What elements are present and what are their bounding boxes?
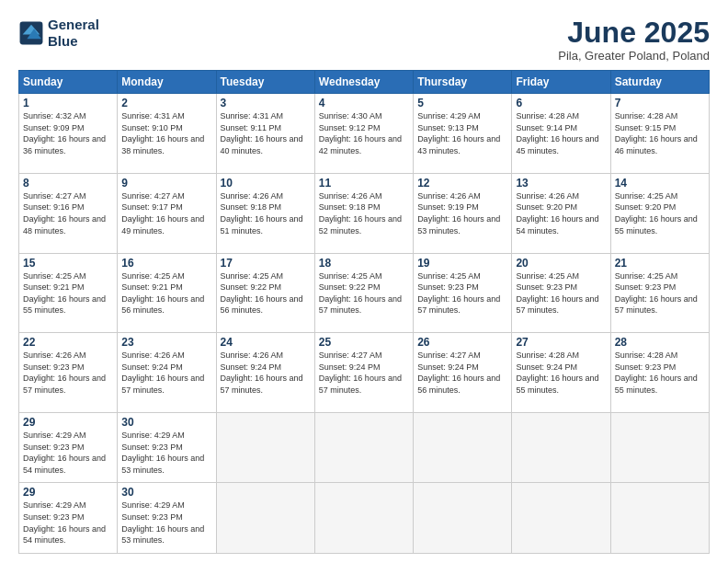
table-row: 25Sunrise: 4:27 AM Sunset: 9:24 PM Dayli…	[314, 333, 413, 413]
day-info: Sunrise: 4:26 AM Sunset: 9:18 PM Dayligh…	[319, 190, 409, 236]
day-number: 24	[221, 336, 311, 349]
day-number: 9	[121, 177, 211, 190]
day-info: Sunrise: 4:25 AM Sunset: 9:23 PM Dayligh…	[417, 270, 507, 316]
logo-line2: Blue	[48, 33, 99, 50]
col-wednesday: Wednesday	[314, 71, 413, 94]
logo-text: General Blue	[48, 17, 99, 50]
table-row: 12Sunrise: 4:26 AM Sunset: 9:19 PM Dayli…	[414, 173, 512, 253]
calendar-week-5: 29Sunrise: 4:29 AM Sunset: 9:23 PM Dayli…	[19, 483, 710, 554]
day-number: 30	[121, 486, 211, 499]
day-number: 28	[615, 336, 705, 349]
day-number: 22	[23, 336, 113, 349]
day-info: Sunrise: 4:27 AM Sunset: 9:24 PM Dayligh…	[417, 350, 507, 396]
col-saturday: Saturday	[610, 71, 709, 94]
day-info: Sunrise: 4:31 AM Sunset: 9:11 PM Dayligh…	[221, 110, 311, 156]
day-info: Sunrise: 4:30 AM Sunset: 9:12 PM Dayligh…	[319, 110, 409, 156]
day-number: 16	[121, 257, 211, 270]
day-info: Sunrise: 4:26 AM Sunset: 9:20 PM Dayligh…	[516, 190, 606, 236]
table-row: 4Sunrise: 4:30 AM Sunset: 9:12 PM Daylig…	[314, 94, 413, 174]
title-month: June 2025	[558, 17, 710, 49]
day-info: Sunrise: 4:29 AM Sunset: 9:23 PM Dayligh…	[23, 430, 113, 476]
table-row: 24Sunrise: 4:26 AM Sunset: 9:24 PM Dayli…	[216, 333, 314, 413]
col-tuesday: Tuesday	[216, 71, 314, 94]
col-thursday: Thursday	[414, 71, 512, 94]
day-number: 29	[23, 486, 113, 499]
calendar-week-5: 29Sunrise: 4:29 AM Sunset: 9:23 PM Dayli…	[19, 412, 710, 483]
day-info: Sunrise: 4:25 AM Sunset: 9:21 PM Dayligh…	[23, 270, 113, 316]
day-info: Sunrise: 4:27 AM Sunset: 9:17 PM Dayligh…	[121, 190, 211, 236]
day-info: Sunrise: 4:25 AM Sunset: 9:23 PM Dayligh…	[516, 270, 606, 316]
table-row: 18Sunrise: 4:25 AM Sunset: 9:22 PM Dayli…	[314, 253, 413, 333]
day-number: 26	[417, 336, 507, 349]
table-row: 16Sunrise: 4:25 AM Sunset: 9:21 PM Dayli…	[118, 253, 216, 333]
day-info: Sunrise: 4:26 AM Sunset: 9:23 PM Dayligh…	[23, 350, 113, 396]
day-info: Sunrise: 4:29 AM Sunset: 9:23 PM Dayligh…	[23, 500, 113, 546]
table-row: 26Sunrise: 4:27 AM Sunset: 9:24 PM Dayli…	[414, 333, 512, 413]
table-row: 29Sunrise: 4:29 AM Sunset: 9:23 PM Dayli…	[19, 483, 118, 554]
table-row: 2Sunrise: 4:31 AM Sunset: 9:10 PM Daylig…	[118, 94, 216, 174]
day-number: 8	[23, 177, 113, 190]
day-info: Sunrise: 4:29 AM Sunset: 9:13 PM Dayligh…	[417, 110, 507, 156]
table-row: 17Sunrise: 4:25 AM Sunset: 9:22 PM Dayli…	[216, 253, 314, 333]
calendar-week-4: 22Sunrise: 4:26 AM Sunset: 9:23 PM Dayli…	[19, 333, 710, 413]
day-info: Sunrise: 4:32 AM Sunset: 9:09 PM Dayligh…	[23, 110, 113, 156]
table-row: 11Sunrise: 4:26 AM Sunset: 9:18 PM Dayli…	[314, 173, 413, 253]
table-row	[610, 412, 709, 483]
table-row: 30Sunrise: 4:29 AM Sunset: 9:23 PM Dayli…	[118, 412, 216, 483]
table-row: 13Sunrise: 4:26 AM Sunset: 9:20 PM Dayli…	[512, 173, 610, 253]
table-row	[512, 412, 610, 483]
day-number: 10	[221, 177, 311, 190]
day-info: Sunrise: 4:25 AM Sunset: 9:20 PM Dayligh…	[615, 190, 705, 236]
day-info: Sunrise: 4:25 AM Sunset: 9:22 PM Dayligh…	[221, 270, 311, 316]
page: General Blue June 2025 Pila, Greater Pol…	[0, 0, 728, 563]
table-row: 5Sunrise: 4:29 AM Sunset: 9:13 PM Daylig…	[414, 94, 512, 174]
day-number: 23	[121, 336, 211, 349]
table-row: 9Sunrise: 4:27 AM Sunset: 9:17 PM Daylig…	[118, 173, 216, 253]
day-number: 19	[417, 257, 507, 270]
day-number: 29	[23, 416, 113, 429]
day-number: 6	[516, 97, 606, 109]
day-info: Sunrise: 4:26 AM Sunset: 9:24 PM Dayligh…	[121, 350, 211, 396]
table-row: 1Sunrise: 4:32 AM Sunset: 9:09 PM Daylig…	[19, 94, 118, 174]
day-number: 1	[23, 97, 113, 109]
table-row: 20Sunrise: 4:25 AM Sunset: 9:23 PM Dayli…	[512, 253, 610, 333]
day-info: Sunrise: 4:28 AM Sunset: 9:23 PM Dayligh…	[615, 350, 705, 396]
day-info: Sunrise: 4:29 AM Sunset: 9:23 PM Dayligh…	[121, 500, 211, 546]
day-number: 13	[516, 177, 606, 190]
table-row: 29Sunrise: 4:29 AM Sunset: 9:23 PM Dayli…	[19, 412, 118, 483]
day-number: 17	[221, 257, 311, 270]
logo-line1: General	[48, 17, 99, 33]
day-info: Sunrise: 4:27 AM Sunset: 9:16 PM Dayligh…	[23, 190, 113, 236]
table-row: 15Sunrise: 4:25 AM Sunset: 9:21 PM Dayli…	[19, 253, 118, 333]
day-info: Sunrise: 4:25 AM Sunset: 9:23 PM Dayligh…	[615, 270, 705, 316]
table-row	[314, 412, 413, 483]
calendar-table: Sunday Monday Tuesday Wednesday Thursday…	[18, 70, 710, 554]
day-info: Sunrise: 4:25 AM Sunset: 9:21 PM Dayligh…	[121, 270, 211, 316]
table-row: 19Sunrise: 4:25 AM Sunset: 9:23 PM Dayli…	[414, 253, 512, 333]
table-row	[610, 483, 709, 554]
table-row	[216, 412, 314, 483]
day-number: 15	[23, 257, 113, 270]
table-row: 10Sunrise: 4:26 AM Sunset: 9:18 PM Dayli…	[216, 173, 314, 253]
day-info: Sunrise: 4:26 AM Sunset: 9:18 PM Dayligh…	[221, 190, 311, 236]
day-info: Sunrise: 4:25 AM Sunset: 9:22 PM Dayligh…	[319, 270, 409, 316]
day-info: Sunrise: 4:28 AM Sunset: 9:15 PM Dayligh…	[615, 110, 705, 156]
table-row	[414, 483, 512, 554]
col-friday: Friday	[512, 71, 610, 94]
table-row: 6Sunrise: 4:28 AM Sunset: 9:14 PM Daylig…	[512, 94, 610, 174]
day-info: Sunrise: 4:29 AM Sunset: 9:23 PM Dayligh…	[121, 430, 211, 476]
logo: General Blue	[18, 17, 99, 50]
col-monday: Monday	[118, 71, 216, 94]
title-location: Pila, Greater Poland, Poland	[558, 49, 710, 63]
day-number: 11	[319, 177, 409, 190]
calendar-header-row: Sunday Monday Tuesday Wednesday Thursday…	[19, 71, 710, 94]
day-number: 3	[221, 97, 311, 109]
table-row	[512, 483, 610, 554]
table-row	[314, 483, 413, 554]
table-row: 3Sunrise: 4:31 AM Sunset: 9:11 PM Daylig…	[216, 94, 314, 174]
calendar-week-2: 8Sunrise: 4:27 AM Sunset: 9:16 PM Daylig…	[19, 173, 710, 253]
day-number: 18	[319, 257, 409, 270]
col-sunday: Sunday	[19, 71, 118, 94]
day-info: Sunrise: 4:28 AM Sunset: 9:14 PM Dayligh…	[516, 110, 606, 156]
table-row	[216, 483, 314, 554]
